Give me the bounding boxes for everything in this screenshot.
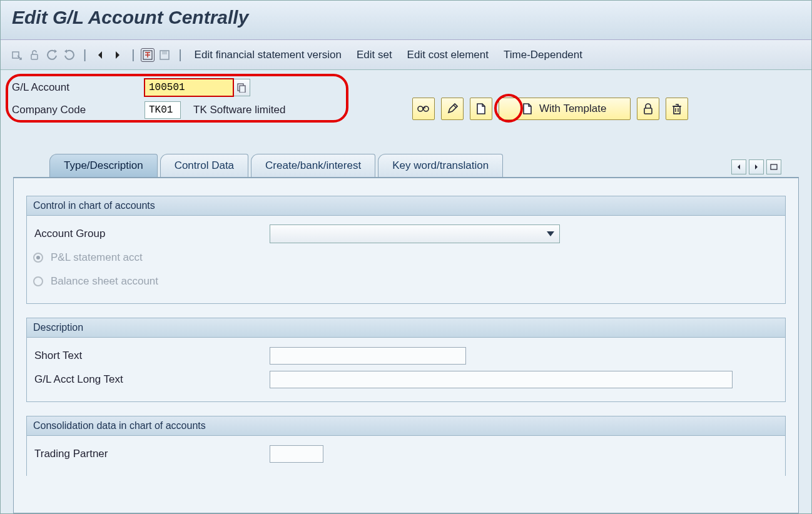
balance-sheet-radio[interactable]: [33, 276, 43, 286]
gl-account-search-help[interactable]: [233, 79, 250, 96]
svg-rect-9: [644, 108, 652, 114]
long-text-input[interactable]: [270, 371, 733, 388]
group-title-control: Control in chart of accounts: [27, 196, 785, 216]
svg-point-8: [424, 106, 429, 111]
tab-create-bank-interest[interactable]: Create/bank/interest: [251, 154, 375, 177]
gl-account-input[interactable]: [145, 79, 233, 96]
change-button[interactable]: [441, 98, 464, 120]
long-text-label: G/L Acct Long Text: [33, 373, 270, 386]
gl-account-label: G/L Account: [12, 81, 145, 94]
svg-rect-0: [13, 52, 19, 58]
document-icon: [523, 103, 532, 114]
app-window: Edit G/L Account Centrally | | | Edit fi…: [0, 0, 812, 514]
company-name-display: TK Software limited: [193, 104, 285, 116]
tab-strip: Type/Description Control Data Create/ban…: [1, 136, 811, 177]
pl-statement-radio[interactable]: [33, 253, 43, 263]
group-description: Description Short Text G/L Acct Long Tex…: [26, 318, 786, 402]
svg-rect-10: [674, 106, 680, 114]
save-icon[interactable]: [157, 48, 172, 63]
svg-rect-4: [162, 51, 167, 54]
delete-button[interactable]: [666, 98, 688, 120]
trading-partner-input[interactable]: [270, 445, 323, 463]
tab-scroll-left[interactable]: [731, 159, 746, 174]
toolbar: | | | Edit financial statement version E…: [1, 40, 811, 70]
selection-variant-icon[interactable]: [141, 48, 155, 62]
create-button[interactable]: [470, 98, 492, 120]
tab-nav: [731, 159, 781, 177]
chevron-down-icon: [547, 231, 554, 236]
action-button-row: With Template: [412, 98, 688, 120]
group-title-consolidation: Consolidation data in chart of accounts: [27, 416, 785, 436]
trading-partner-label: Trading Partner: [33, 448, 270, 460]
redo-icon[interactable]: [62, 48, 77, 63]
titlebar: Edit G/L Account Centrally: [1, 1, 811, 40]
toolbar-item-edit-set[interactable]: Edit set: [350, 49, 398, 61]
tab-control-data[interactable]: Control Data: [160, 154, 248, 177]
company-code-label: Company Code: [12, 104, 145, 116]
group-consolidation: Consolidation data in chart of accounts …: [26, 416, 786, 476]
short-text-input[interactable]: [270, 347, 466, 365]
group-title-description: Description: [27, 318, 785, 338]
with-template-label: With Template: [539, 103, 606, 115]
tab-keyword-translation[interactable]: Key word/translation: [378, 154, 503, 177]
header-area: G/L Account Company Code TK Software lim…: [1, 70, 811, 136]
other-object-icon[interactable]: [9, 48, 24, 63]
group-control-chart: Control in chart of accounts Account Gro…: [26, 196, 786, 304]
balance-sheet-label: Balance sheet account: [49, 275, 158, 288]
tab-content: Control in chart of accounts Account Gro…: [13, 177, 799, 513]
toolbar-item-time-dependent[interactable]: Time-Dependent: [497, 49, 589, 61]
block-button[interactable]: [637, 98, 659, 120]
toolbar-separator: |: [175, 48, 185, 62]
page-title: Edit G/L Account Centrally: [12, 7, 800, 28]
display-button[interactable]: [412, 98, 435, 120]
account-group-select[interactable]: [270, 224, 560, 243]
pl-statement-label: P&L statement acct: [49, 251, 143, 264]
svg-rect-6: [240, 86, 245, 93]
tab-scroll-right[interactable]: [749, 159, 764, 174]
lock-icon[interactable]: [27, 48, 42, 63]
with-template-button[interactable]: With Template: [499, 98, 631, 120]
prev-icon[interactable]: [93, 48, 108, 63]
toolbar-item-edit-financial-statement[interactable]: Edit financial statement version: [188, 49, 348, 61]
toolbar-item-edit-cost-element[interactable]: Edit cost element: [401, 49, 495, 61]
svg-rect-1: [31, 54, 38, 59]
next-icon[interactable]: [110, 48, 125, 63]
tab-list-icon[interactable]: [766, 159, 781, 174]
svg-rect-11: [771, 164, 777, 169]
short-text-label: Short Text: [33, 350, 270, 362]
toolbar-separator: |: [128, 48, 138, 62]
undo-icon[interactable]: [44, 48, 59, 63]
svg-point-7: [418, 106, 423, 111]
tab-type-description[interactable]: Type/Description: [49, 154, 158, 177]
account-group-label: Account Group: [33, 228, 270, 240]
toolbar-separator: |: [79, 48, 90, 62]
company-code-input[interactable]: [145, 101, 181, 119]
